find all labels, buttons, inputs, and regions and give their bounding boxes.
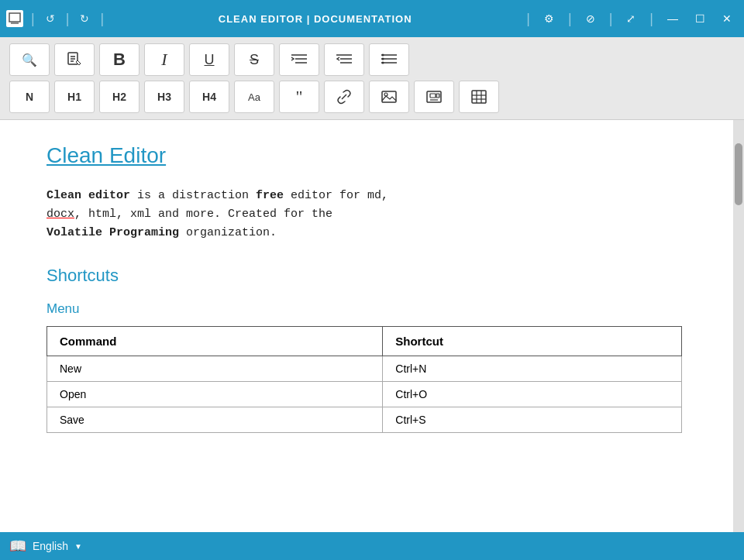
svg-rect-23 (436, 94, 439, 98)
normal-button[interactable]: N (9, 81, 50, 113)
maximize-button[interactable]: ☐ (689, 9, 711, 28)
fontsize-button[interactable]: Aa (234, 81, 274, 113)
para-underline: docx (46, 208, 74, 221)
titlebar: | ↺ | ↻ | CLEAN EDITOR | DOCUMENTATION |… (0, 0, 744, 37)
strikethrough-button[interactable]: S (234, 43, 274, 76)
para-text-1: is a distraction (130, 189, 256, 202)
svg-rect-24 (472, 91, 486, 103)
sep2: | (66, 11, 70, 27)
svg-rect-21 (430, 94, 436, 98)
image-button[interactable] (369, 81, 409, 113)
h3-button[interactable]: H3 (144, 81, 184, 113)
table-cell: Save (47, 407, 383, 433)
table-row: NewCtrl+N (47, 356, 682, 382)
bold-button[interactable]: B (99, 43, 140, 76)
dropdown-arrow-icon[interactable]: ▼ (74, 542, 82, 551)
toolbar-row-1: 🔍 B I U S (9, 43, 735, 76)
h4-button[interactable]: H4 (189, 81, 229, 113)
block-button[interactable]: ⊘ (580, 9, 601, 28)
embed-button[interactable] (414, 81, 454, 113)
indent-right-button[interactable] (279, 43, 319, 76)
main-area: Clean Editor Clean editor is a distracti… (0, 120, 744, 532)
bottombar: 📖 English ▼ (0, 532, 744, 560)
para-text-4: organization. (179, 226, 277, 239)
settings-button[interactable]: ⚙ (538, 9, 560, 28)
svg-rect-1 (11, 22, 19, 24)
table-cell: Ctrl+O (383, 382, 682, 407)
para-bold-1: Clean editor (46, 189, 130, 202)
scrollbar[interactable] (733, 120, 744, 532)
expand-button[interactable]: ⤢ (620, 9, 642, 28)
table-row: OpenCtrl+O (47, 382, 682, 407)
table-cell: New (47, 356, 383, 382)
sep5: | (568, 11, 572, 27)
h2-button[interactable]: H2 (99, 81, 140, 113)
book-icon: 📖 (9, 538, 26, 555)
scrollbar-thumb[interactable] (735, 143, 742, 205)
para-bold-2: free (256, 189, 284, 202)
para-bold-3: Volatile Programing (46, 226, 179, 239)
intro-paragraph: Clean editor is a distraction free edito… (46, 187, 694, 242)
titlebar-right: | ⚙ | ⊘ | ⤢ | — ☐ ✕ (523, 9, 738, 28)
minimize-button[interactable]: — (661, 9, 684, 28)
search-button[interactable]: 🔍 (9, 43, 50, 76)
table-cell: Ctrl+N (383, 356, 682, 382)
svg-point-16 (382, 58, 384, 60)
format-button[interactable] (54, 43, 95, 76)
h1-button[interactable]: H1 (54, 81, 95, 113)
toolbar: 🔍 B I U S (0, 37, 744, 120)
undo-button[interactable]: ↺ (43, 11, 58, 26)
sep1: | (31, 11, 35, 27)
redo-button[interactable]: ↻ (77, 11, 92, 26)
indent-left-button[interactable] (324, 43, 364, 76)
sep6: | (609, 11, 613, 27)
sep7: | (649, 11, 653, 27)
sep4: | (526, 11, 530, 27)
para-text-3: , html, xml and more. Created for the (74, 208, 332, 221)
table-cell: Open (47, 382, 383, 407)
svg-rect-0 (9, 13, 20, 22)
svg-point-17 (382, 62, 384, 64)
col-shortcut: Shortcut (383, 327, 682, 356)
titlebar-left: | ↺ | ↻ | (6, 10, 107, 27)
para-text-2: editor for md, (284, 189, 388, 202)
shortcuts-table: Command Shortcut NewCtrl+NOpenCtrl+OSave… (46, 326, 682, 433)
svg-rect-18 (382, 91, 396, 102)
svg-point-15 (382, 54, 384, 57)
table-header-row: Command Shortcut (47, 327, 682, 356)
underline-button[interactable]: U (189, 43, 229, 76)
toolbar-row-2: N H1 H2 H3 H4 Aa " (9, 81, 735, 113)
shortcuts-heading: Shortcuts (46, 266, 694, 286)
window-title: CLEAN EDITOR | DOCUMENTATION (107, 13, 523, 25)
menu-heading: Menu (46, 301, 694, 317)
sep3: | (100, 11, 104, 27)
editor-area[interactable]: Clean Editor Clean editor is a distracti… (0, 120, 733, 532)
list-button[interactable] (369, 43, 409, 76)
col-command: Command (47, 327, 383, 356)
document-title: Clean Editor (46, 143, 694, 168)
table-row: SaveCtrl+S (47, 407, 682, 433)
language-label[interactable]: English (33, 540, 68, 552)
close-button[interactable]: ✕ (716, 9, 738, 28)
link-button[interactable] (324, 81, 364, 113)
app-icon (6, 10, 23, 27)
italic-button[interactable]: I (144, 43, 184, 76)
quote-button[interactable]: " (279, 81, 319, 113)
table-button[interactable] (459, 81, 499, 113)
table-cell: Ctrl+S (383, 407, 682, 433)
